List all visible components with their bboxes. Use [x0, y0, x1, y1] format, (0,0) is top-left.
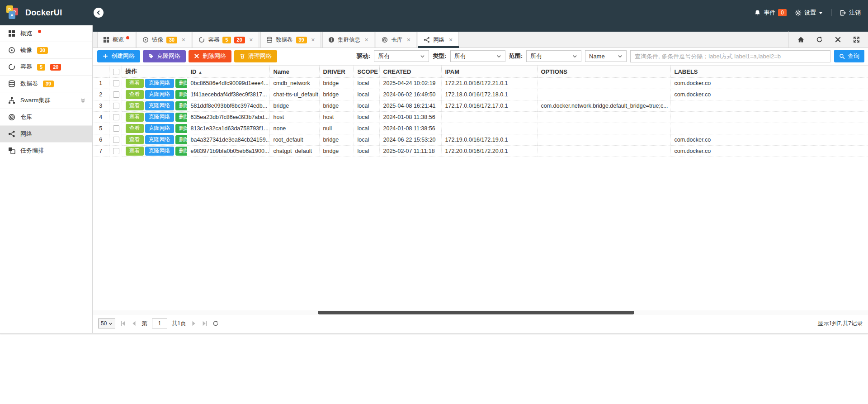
cell-driver: bridge	[319, 134, 354, 146]
search-input[interactable]	[630, 50, 830, 62]
close-tab-icon[interactable]: ✕	[249, 37, 253, 43]
cell-created: 2024-01-08 11:38:56	[379, 112, 441, 123]
container-icon	[198, 37, 205, 43]
row-checkbox[interactable]	[113, 137, 119, 143]
nav-divider	[831, 9, 831, 16]
tab-networks[interactable]: 网络 ✕	[418, 32, 458, 48]
clone-button[interactable]: 克隆网络	[145, 113, 174, 121]
create-network-button[interactable]: 创建网络	[97, 50, 140, 62]
view-button[interactable]: 查看	[126, 79, 144, 87]
col-labels[interactable]: LABELS	[670, 66, 868, 78]
close-tab-icon[interactable]: ✕	[448, 37, 453, 43]
sidebar-item-networks[interactable]: 网络	[0, 126, 92, 143]
page-number-input[interactable]	[152, 318, 167, 328]
sidebar-item-overview[interactable]: 概览	[0, 25, 92, 42]
horizontal-scrollbar-thumb[interactable]	[318, 311, 634, 314]
close-tab-icon[interactable]: ✕	[181, 37, 185, 43]
view-button[interactable]: 查看	[126, 101, 144, 110]
tab-overview[interactable]: 概览	[97, 32, 135, 48]
clone-network-button[interactable]: 克隆网络	[143, 50, 186, 62]
delete-button[interactable]: 删除	[175, 90, 187, 99]
delete-button[interactable]: 删除	[175, 113, 187, 121]
first-page-icon[interactable]	[120, 320, 126, 327]
delete-button[interactable]: 删除	[175, 124, 187, 133]
cell-id: 635ea23db7fc86ee393b7abd...	[187, 112, 269, 123]
close-tab-icon[interactable]: ✕	[364, 37, 368, 43]
row-checkbox[interactable]	[113, 125, 119, 132]
col-scope[interactable]: SCOPE	[354, 66, 379, 78]
prev-page-icon[interactable]	[131, 320, 137, 327]
col-created[interactable]: CREATED	[379, 66, 441, 78]
type-filter-select[interactable]: 所有	[450, 50, 505, 62]
tab-images[interactable]: 镜像 30 ✕	[137, 32, 191, 48]
delete-button[interactable]: 删除	[175, 135, 187, 144]
sidebar-item-label: 仓库	[20, 113, 32, 121]
view-button[interactable]: 查看	[126, 147, 144, 155]
events-menu[interactable]: 事件 0	[754, 9, 787, 17]
scope-filter-select[interactable]: 所有	[526, 50, 581, 62]
tab-volumes[interactable]: 数据卷 39 ✕	[260, 32, 321, 48]
settings-menu[interactable]: 设置	[795, 9, 823, 17]
horizontal-scrollbar	[93, 310, 868, 315]
delete-button[interactable]: 删除	[175, 147, 187, 155]
delete-button[interactable]: 删除	[175, 101, 187, 110]
sidebar-item-volumes[interactable]: 数据卷 39	[0, 76, 92, 92]
tab-containers[interactable]: 容器 5 20 ✕	[193, 32, 259, 48]
tab-registry[interactable]: 仓库 ✕	[376, 32, 416, 48]
registry-icon	[382, 37, 388, 43]
col-select-all	[109, 66, 122, 78]
home-icon[interactable]	[797, 36, 804, 43]
fullscreen-icon[interactable]	[853, 36, 860, 43]
sidebar-item-swarm[interactable]: Swarm集群	[0, 92, 92, 109]
page-size-select[interactable]: 50	[98, 318, 115, 328]
notification-dot	[38, 30, 41, 33]
grid-icon	[103, 37, 109, 43]
logout-button[interactable]: 注销	[840, 9, 861, 17]
last-page-icon[interactable]	[202, 320, 208, 327]
search-field-select[interactable]: Name	[585, 50, 627, 62]
row-checkbox[interactable]	[113, 148, 119, 154]
collapse-sidebar-button[interactable]	[94, 8, 104, 18]
logout-label: 注销	[849, 9, 861, 17]
col-ipam[interactable]: IPAM	[441, 66, 537, 78]
view-button[interactable]: 查看	[126, 124, 144, 133]
col-options[interactable]: OPTIONS	[537, 66, 670, 78]
clone-button[interactable]: 克隆网络	[145, 90, 174, 99]
tab-cluster-info[interactable]: 集群信息 ✕	[322, 32, 374, 48]
prune-network-button[interactable]: 清理网络	[234, 50, 277, 62]
reload-icon[interactable]	[212, 320, 219, 327]
driver-filter-select[interactable]: 所有	[374, 50, 429, 62]
clone-button[interactable]: 克隆网络	[145, 135, 174, 144]
cell-name: chatgpt_default	[269, 146, 319, 157]
view-button[interactable]: 查看	[126, 113, 144, 121]
view-button[interactable]: 查看	[126, 90, 144, 99]
table-header-row: 操作 ID▲ Name DRIVER SCOPE CREATED IPAM OP…	[93, 66, 868, 78]
view-button[interactable]: 查看	[126, 135, 144, 144]
delete-button[interactable]: 删除	[175, 79, 187, 87]
col-name[interactable]: Name	[269, 66, 319, 78]
refresh-icon[interactable]	[816, 36, 823, 43]
search-button[interactable]: 查询	[834, 50, 864, 62]
row-checkbox[interactable]	[113, 114, 119, 120]
delete-network-button[interactable]: 删除网络	[189, 50, 231, 62]
col-id[interactable]: ID▲	[187, 66, 269, 78]
row-checkbox[interactable]	[113, 91, 119, 98]
close-tab-icon[interactable]: ✕	[406, 37, 410, 43]
clone-button[interactable]: 克隆网络	[145, 124, 174, 133]
close-icon[interactable]	[835, 36, 841, 43]
clone-button[interactable]: 克隆网络	[145, 147, 174, 155]
next-page-icon[interactable]	[191, 320, 197, 327]
clone-button[interactable]: 克隆网络	[145, 101, 174, 110]
row-checkbox[interactable]	[113, 103, 119, 109]
clone-button[interactable]: 克隆网络	[145, 79, 174, 87]
close-tab-icon[interactable]: ✕	[311, 37, 315, 43]
sidebar-item-containers[interactable]: 容器 5 20	[0, 59, 92, 76]
select-all-checkbox[interactable]	[113, 69, 119, 75]
sidebar-item-orchestration[interactable]: 任务编排	[0, 143, 92, 159]
page-prefix-label: 第	[142, 320, 147, 328]
cell-labels	[537, 146, 670, 157]
row-checkbox[interactable]	[113, 80, 119, 86]
col-driver[interactable]: DRIVER	[319, 66, 354, 78]
sidebar-item-registry[interactable]: 仓库	[0, 109, 92, 126]
sidebar-item-images[interactable]: 镜像 30	[0, 42, 92, 59]
